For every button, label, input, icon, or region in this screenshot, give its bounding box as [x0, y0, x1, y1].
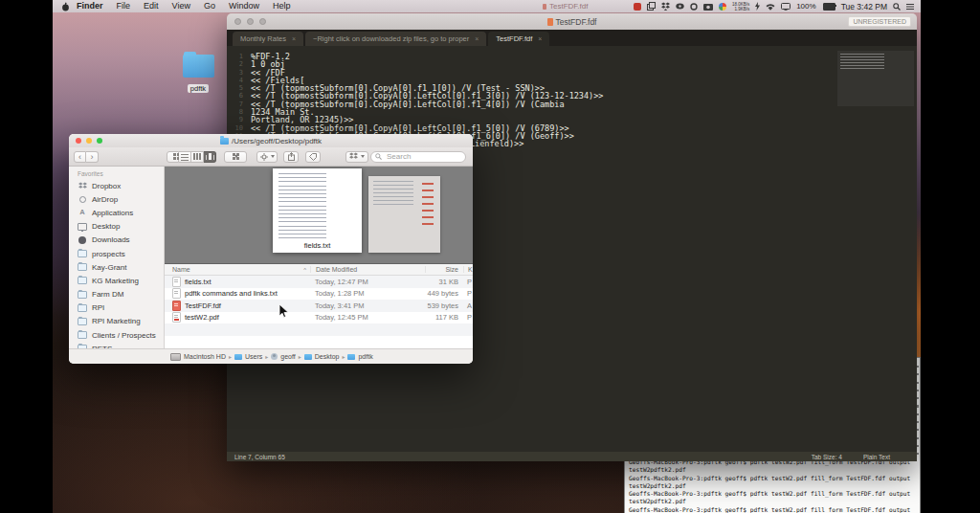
path-item-desktop[interactable]: Desktop	[304, 353, 340, 360]
menu-help[interactable]: Help	[266, 0, 298, 12]
close-button[interactable]	[76, 138, 81, 144]
ring-icon[interactable]	[690, 3, 698, 11]
line-number: 5	[227, 84, 243, 92]
editor-tab-bar: Monthly Rates×~Right click on downloaded…	[227, 30, 917, 46]
zoom-button[interactable]	[97, 138, 102, 144]
close-icon[interactable]: ×	[475, 35, 479, 42]
search-field[interactable]	[370, 151, 466, 163]
notification-center-icon[interactable]	[906, 3, 914, 11]
dropbox-menu-icon[interactable]	[661, 2, 670, 11]
tab-size-indicator[interactable]: Tab Size: 4	[812, 454, 842, 460]
path-item-geoff[interactable]: geoff	[271, 353, 295, 360]
bolt-icon[interactable]	[755, 2, 760, 11]
arrange-button[interactable]	[224, 151, 247, 163]
ghost-window-title: TestFDF.fdf	[543, 2, 588, 11]
column-size[interactable]: Size	[425, 266, 463, 273]
column-date-modified[interactable]: Date Modified	[310, 266, 425, 273]
eye-icon[interactable]	[676, 3, 684, 10]
table-row[interactable]: pdftk commands and links.txtToday, 1:28 …	[165, 288, 473, 301]
sidebar-item-rets[interactable]: RETS	[69, 342, 164, 348]
sidebar-item-airdrop[interactable]: AirDrop	[69, 192, 164, 206]
file-size: 117 KB	[425, 313, 463, 322]
camera-icon[interactable]	[703, 3, 713, 11]
battery-percent: 100%	[796, 2, 815, 11]
forward-button[interactable]: ›	[86, 151, 99, 163]
coverflow-preview-next[interactable]	[368, 176, 440, 253]
tags-button[interactable]	[305, 151, 321, 163]
sidebar-item-farm-dm[interactable]: Farm DM	[69, 288, 164, 301]
sidebar-item-rpi[interactable]: RPI	[69, 301, 164, 315]
editor-tab[interactable]: Monthly Rates×	[233, 32, 303, 46]
sidebar-item-desktop[interactable]: Desktop	[69, 220, 164, 234]
editor-tab[interactable]: ~Right click on downloaded zip files, go…	[305, 32, 486, 46]
menu-clock[interactable]: Tue 3:42 PM	[841, 2, 887, 11]
coverflow-area[interactable]: fields.txt	[165, 167, 473, 264]
display-icon[interactable]	[781, 3, 791, 11]
table-row[interactable]: testW2.pdfToday, 12:45 PM117 KBP	[165, 312, 473, 324]
sidebar-item-kay-grant[interactable]: Kay-Grant	[69, 260, 164, 274]
pinwheel-icon[interactable]	[719, 3, 726, 11]
editor-tab[interactable]: TestFDF.fdf×	[488, 32, 549, 46]
menu-go[interactable]: Go	[197, 0, 222, 12]
search-input[interactable]	[385, 151, 459, 162]
file-date-modified: Today, 12:45 PM	[310, 313, 425, 322]
menu-file[interactable]: File	[110, 0, 138, 12]
icon-view-button[interactable]	[167, 151, 179, 163]
ghost-doc-icon	[543, 4, 546, 10]
sidebar-item-clients-prospects[interactable]: Clients / Prospects	[69, 328, 164, 342]
close-icon[interactable]: ×	[538, 35, 542, 42]
minimize-button[interactable]	[247, 18, 254, 25]
dropbox-icon	[349, 152, 358, 161]
path-item-macintosh-hd[interactable]: Macintosh HD	[170, 353, 226, 361]
menu-view[interactable]: View	[166, 0, 197, 12]
battery-icon[interactable]	[823, 3, 835, 11]
editor-titlebar[interactable]: TestFDF.fdf UNREGISTERED	[227, 13, 917, 30]
close-icon[interactable]: ×	[292, 35, 296, 42]
sidebar-item-kg-marketing[interactable]: KG Marketing	[69, 274, 164, 287]
table-row[interactable]: TestFDF.fdfToday, 3:41 PM539 bytesA	[165, 300, 473, 312]
column-kind[interactable]: K	[463, 266, 473, 273]
path-item-users[interactable]: Users	[234, 353, 262, 360]
file-size: 449 bytes	[425, 289, 463, 298]
close-button[interactable]	[234, 18, 241, 25]
network-speed[interactable]: 18.0KB/s1.9KB/s	[732, 2, 749, 11]
path-label: geoff	[280, 353, 295, 360]
coverflow-preview-selected[interactable]: fields.txt	[273, 168, 362, 253]
coverflow-view-button[interactable]	[204, 151, 216, 163]
finder-main: fields.txt Name^ Date Modified Size K fi…	[165, 167, 473, 348]
sidebar-item-dropbox[interactable]: Dropbox	[69, 179, 164, 192]
dropbox-icon	[78, 182, 87, 190]
share-button[interactable]	[283, 151, 299, 163]
path-item-pdftk[interactable]: pdftk	[347, 353, 372, 360]
column-name[interactable]: Name^	[165, 266, 310, 273]
wifi-icon[interactable]	[766, 3, 775, 11]
list-filler	[165, 323, 473, 348]
terminal-line: testW2pdftk2.pdf	[629, 498, 918, 505]
column-view-button[interactable]	[191, 151, 204, 163]
sidebar-item-prospects[interactable]: prospects	[69, 247, 164, 260]
menu-edit[interactable]: Edit	[137, 0, 166, 12]
sidebar-item-applications[interactable]: AApplications	[69, 206, 164, 219]
apple-menu-icon[interactable]	[61, 2, 70, 11]
list-view-button[interactable]	[179, 151, 191, 163]
menu-finder[interactable]: Finder	[70, 0, 110, 12]
table-row[interactable]: fields.txtToday, 12:47 PM31 KBP	[165, 276, 473, 288]
windows-copy-icon[interactable]	[647, 2, 656, 11]
syntax-indicator[interactable]: Plain Text	[863, 454, 890, 460]
line-number: 6	[227, 92, 243, 100]
record-icon[interactable]	[634, 3, 641, 11]
minimize-button[interactable]	[86, 138, 92, 144]
action-button[interactable]	[256, 151, 278, 163]
sidebar-item-rpi-marketing[interactable]: RPI Marketing	[69, 315, 164, 328]
terminal-line: Geoffs-MacBook-Pro-3:pdftk geoff$ pdftk …	[629, 506, 918, 513]
back-button[interactable]: ‹	[74, 151, 86, 163]
spotlight-search-icon[interactable]	[893, 3, 901, 11]
desktop-folder-pdftk[interactable]: pdftk	[177, 55, 219, 95]
airdrop-icon	[78, 196, 87, 203]
sidebar-item-downloads[interactable]: Downloads	[69, 234, 164, 247]
finder-titlebar[interactable]: /Users/geoff/Desktop/pdftk	[69, 134, 473, 147]
minimap[interactable]	[837, 51, 914, 106]
menu-window[interactable]: Window	[222, 0, 266, 12]
dropbox-toolbar-button[interactable]	[345, 151, 368, 163]
zoom-button[interactable]	[259, 18, 266, 25]
